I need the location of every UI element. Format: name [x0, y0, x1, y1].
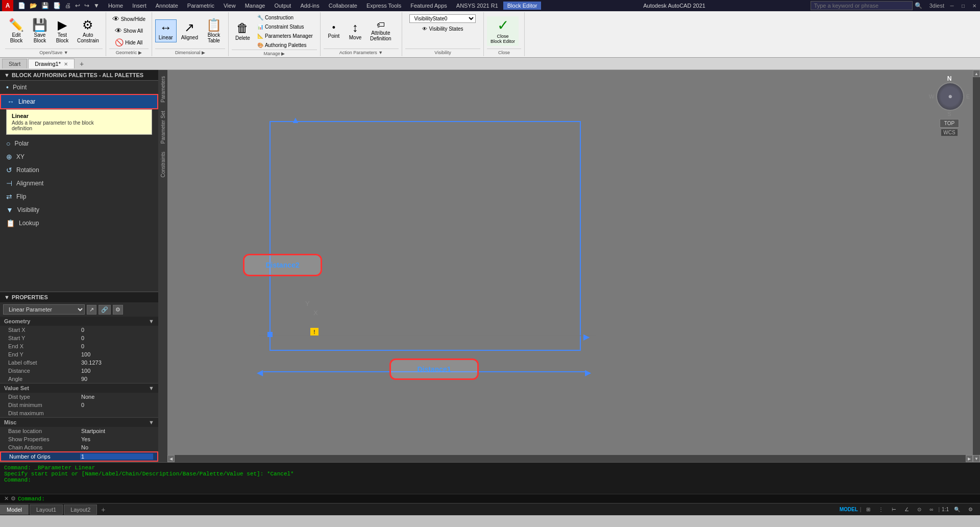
move-btn[interactable]: ↕ Move: [345, 19, 365, 42]
doc-tab-drawing1-close[interactable]: ✕: [64, 61, 68, 67]
close-block-editor-btn[interactable]: ✓ CloseBlock Editor: [487, 16, 519, 46]
linear-btn[interactable]: ↔ Linear: [155, 19, 177, 42]
properties-type-dropdown[interactable]: Linear Parameter: [3, 304, 85, 315]
otrack-btn[interactable]: ∞: [926, 506, 936, 513]
menu-insert[interactable]: Insert: [128, 2, 151, 10]
compass-top-btn[interactable]: TOP: [940, 119, 959, 128]
osnap-btn[interactable]: ⊙: [914, 506, 924, 513]
menu-collaborate[interactable]: Collaborate: [325, 2, 361, 10]
aligned-btn[interactable]: ↗ Aligned: [178, 19, 202, 42]
prop-btn-1[interactable]: ↗: [87, 305, 96, 315]
zoom-btn[interactable]: 🔍: [951, 506, 963, 513]
canvas-area[interactable]: ▲ ! X Y ▶ ◀ ▶ Distance1 Distance2: [167, 70, 980, 462]
palette-item-xy[interactable]: ⊕ XY: [0, 150, 158, 163]
menu-home[interactable]: Home: [104, 2, 127, 10]
grid-btn[interactable]: ⊞: [863, 506, 873, 513]
qat-more-btn[interactable]: ▼: [92, 2, 101, 10]
search-input[interactable]: [811, 1, 913, 10]
show-all-btn[interactable]: 👁 Show All: [112, 25, 145, 36]
bottom-scrollbar: ◀ ▶: [167, 455, 973, 462]
menu-view[interactable]: View: [219, 2, 240, 10]
menu-block-editor[interactable]: Block Editor: [503, 2, 542, 10]
vert-tab-parameters[interactable]: Parameters: [159, 72, 167, 107]
menu-output[interactable]: Output: [270, 2, 295, 10]
show-hide-btn[interactable]: 👁 Show/Hide: [110, 13, 148, 25]
vert-tab-constraints[interactable]: Constraints: [159, 148, 167, 182]
new-tab-btn[interactable]: +: [76, 58, 88, 69]
undo-btn[interactable]: ↩: [74, 2, 82, 10]
scroll-right-btn[interactable]: ▶: [966, 455, 973, 462]
doc-tab-drawing1[interactable]: Drawing1* ✕: [28, 59, 75, 68]
doc-tab-start[interactable]: Start: [2, 59, 27, 68]
palette-item-polar[interactable]: ○ Polar: [0, 137, 158, 150]
palette-item-alignment[interactable]: ⊣ Alignment: [0, 177, 158, 190]
auto-constrain-btn[interactable]: ⚙ AutoConstrain: [74, 17, 103, 45]
palette-item-linear[interactable]: ↔ Linear: [0, 94, 158, 109]
palette-item-point-label: Point: [13, 84, 27, 91]
minimize-btn[interactable]: ─: [948, 2, 955, 9]
new-file-btn[interactable]: 📄: [16, 2, 27, 10]
layout-tab-add[interactable]: +: [98, 504, 108, 515]
visibility-states-btn[interactable]: 👁 Visibility States: [420, 25, 465, 33]
compass-e-label: E: [966, 93, 970, 100]
scroll-down-btn[interactable]: ▼: [973, 455, 980, 462]
menu-parametric[interactable]: Parametric: [183, 2, 218, 10]
vert-tab-parameter-set[interactable]: Parameter Set: [159, 107, 167, 148]
print-btn[interactable]: 🖨: [63, 2, 72, 10]
visibility-state-dropdown[interactable]: VisibilityState0: [409, 14, 476, 23]
menu-featured[interactable]: Featured Apps: [406, 2, 451, 10]
valueset-section-header[interactable]: Value Set ▼: [0, 384, 158, 393]
palette-item-lookup[interactable]: 📋 Lookup: [0, 217, 158, 230]
palette-item-flip[interactable]: ⇄ Flip: [0, 190, 158, 203]
authoring-palettes-btn[interactable]: 🎨 Authoring Palettes: [255, 41, 315, 50]
polar-btn[interactable]: ∠: [901, 506, 912, 513]
autocad-logo[interactable]: A: [2, 0, 13, 11]
layout-tab-layout1[interactable]: Layout1: [30, 505, 63, 515]
block-table-btn[interactable]: 📋 BlockTable: [203, 17, 225, 45]
layout-tab-layout2[interactable]: Layout2: [64, 505, 97, 515]
parameters-manager-btn[interactable]: 📐 Parameters Manager: [255, 32, 315, 40]
open-file-btn[interactable]: 📂: [28, 2, 39, 10]
settings-btn[interactable]: ⚙: [965, 506, 976, 513]
close-btn[interactable]: ✕: [971, 2, 978, 9]
redo-btn[interactable]: ↪: [83, 2, 91, 10]
palette-item-visibility[interactable]: ▼ Visibility: [0, 203, 158, 217]
constraint-status-btn[interactable]: 📊 Constraint Status: [255, 22, 315, 31]
valueset-label: Value Set: [4, 385, 29, 391]
palette-item-point[interactable]: • Point: [0, 81, 158, 94]
prop-btn-2[interactable]: 🔗: [99, 305, 111, 315]
polar-palette-icon: ○: [6, 139, 10, 148]
command-input[interactable]: [47, 496, 976, 502]
menu-annotate[interactable]: Annotate: [152, 2, 182, 10]
prop-row-starty: Start Y 0: [0, 334, 158, 342]
save-file-btn[interactable]: 💾: [40, 2, 51, 10]
compass-wcs-btn[interactable]: WCS: [941, 129, 958, 136]
snap-btn[interactable]: ⋮: [875, 506, 887, 513]
edit-block-btn[interactable]: ✏️ EditBlock: [5, 17, 28, 45]
point-btn[interactable]: • Point: [324, 21, 344, 41]
hide-all-btn[interactable]: 🚫 Hide All: [112, 37, 145, 48]
scroll-up-btn[interactable]: ▲: [973, 70, 980, 77]
test-block-btn[interactable]: ▶ TestBlock: [52, 17, 72, 45]
restore-btn[interactable]: □: [960, 2, 967, 9]
attribute-definition-btn[interactable]: 🏷 AttributeDefinition: [366, 19, 395, 43]
save-as-btn[interactable]: 📑: [52, 2, 62, 10]
prop-btn-3[interactable]: ⚙: [113, 305, 123, 315]
command-cancel-icon[interactable]: ✕: [4, 495, 9, 502]
misc-section-header[interactable]: Misc ▼: [0, 418, 158, 427]
menu-addins[interactable]: Add-ins: [296, 2, 323, 10]
geometry-section-header[interactable]: Geometry ▼: [0, 317, 158, 326]
menu-express[interactable]: Express Tools: [362, 2, 405, 10]
menu-manage[interactable]: Manage: [241, 2, 270, 10]
save-block-btn[interactable]: 💾 SaveBlock: [29, 17, 51, 45]
layout-tab-model[interactable]: Model: [0, 505, 29, 515]
command-settings-icon[interactable]: ⚙: [11, 495, 16, 502]
menu-ansys[interactable]: ANSYS 2021 R1: [452, 2, 502, 10]
palette-item-rotation[interactable]: ↺ Rotation: [0, 163, 158, 177]
scroll-left-btn[interactable]: ◀: [167, 455, 175, 462]
construction-btn[interactable]: 🔧 Construction: [255, 13, 315, 22]
ortho-btn[interactable]: ⊢: [889, 506, 899, 513]
delete-btn[interactable]: 🗑 Delete: [232, 20, 254, 43]
main-layout: ▼ BLOCK AUTHORING PALETTES - ALL PALETTE…: [0, 70, 980, 462]
baselocation-value: Startpoint: [81, 428, 154, 434]
